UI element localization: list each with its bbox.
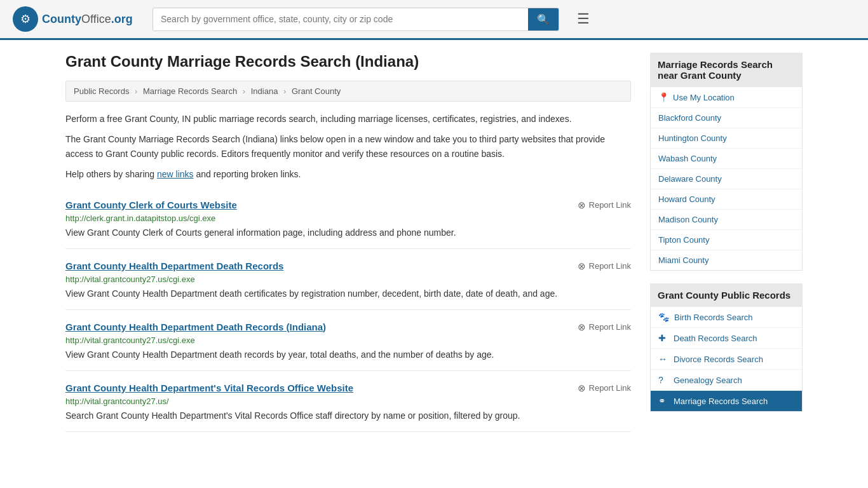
nearby-county-link-4[interactable]: Howard County [651, 189, 802, 209]
pub-record-link-4[interactable]: ⚭Marriage Records Search [651, 391, 802, 411]
report-label: Report Link [589, 261, 631, 271]
description-para1: Perform a free Grant County, IN public m… [65, 112, 631, 126]
nearby-county-link-6[interactable]: Tipton County [651, 230, 802, 250]
breadcrumb-current: Grant County [292, 86, 341, 96]
record-title-link[interactable]: Grant County Health Department's Vital R… [65, 383, 353, 393]
records-list: Grant County Clerk of Courts Website ⊗ R… [65, 188, 631, 432]
pub-records-heading: Grant County Public Records [650, 283, 803, 307]
report-icon: ⊗ [578, 322, 586, 333]
location-icon: 📍 [658, 92, 669, 102]
pub-record-label: Divorce Records Search [674, 355, 763, 364]
record-url[interactable]: http://vital.grantcounty27.us/cgi.exe [65, 274, 631, 284]
menu-icon: ☰ [577, 11, 590, 27]
nearby-county-link-0[interactable]: Blackford County [651, 108, 802, 128]
record-url[interactable]: http://clerk.grant.in.datapitstop.us/cgi… [65, 214, 631, 223]
pub-record-icon: ↔ [658, 354, 668, 364]
record-entry-1: Grant County Health Department Death Rec… [65, 249, 631, 310]
pub-record-link-1[interactable]: ✚Death Records Search [651, 328, 802, 348]
pub-record-icon: ✚ [658, 333, 668, 343]
search-icon: 🔍 [537, 14, 550, 25]
logo-org: Office [81, 13, 111, 25]
report-link-button[interactable]: ⊗ Report Link [578, 322, 631, 333]
nearby-heading: Marriage Records Search near Grant Count… [650, 53, 803, 87]
pub-record-item[interactable]: ?Genealogy Search [651, 370, 802, 391]
use-location-link[interactable]: 📍Use My Location [651, 87, 802, 107]
record-title-row: Grant County Health Department Death Rec… [65, 261, 631, 272]
breadcrumb-link-marriage-records[interactable]: Marriage Records Search [143, 86, 237, 96]
report-label: Report Link [589, 200, 631, 210]
nearby-county-link-3[interactable]: Delaware County [651, 169, 802, 189]
report-link-button[interactable]: ⊗ Report Link [578, 200, 631, 211]
record-description: View Grant County Clerk of Courts genera… [65, 226, 631, 240]
record-title-row: Grant County Clerk of Courts Website ⊗ R… [65, 200, 631, 211]
pub-record-label: Death Records Search [674, 334, 757, 343]
menu-button[interactable]: ☰ [572, 8, 595, 30]
record-title-row: Grant County Health Department's Vital R… [65, 383, 631, 394]
logo-icon: ⚙ [13, 6, 38, 32]
pub-record-item[interactable]: ↔Divorce Records Search [651, 349, 802, 370]
search-button[interactable]: 🔍 [528, 8, 559, 30]
nearby-county-item[interactable]: Huntington County [651, 128, 802, 149]
pub-record-link-3[interactable]: ?Genealogy Search [651, 370, 802, 390]
logo-text: CountyOffice.org [42, 13, 133, 25]
pub-record-label: Genealogy Search [674, 376, 742, 385]
record-description: View Grant County Health Department deat… [65, 287, 631, 301]
description-para2: The Grant County Marriage Records Search… [65, 132, 631, 161]
pub-record-label: Birth Records Search [674, 313, 753, 322]
breadcrumb-link-indiana[interactable]: Indiana [251, 86, 278, 96]
record-title-link[interactable]: Grant County Health Department Death Rec… [65, 322, 326, 332]
nearby-county-item[interactable]: Delaware County [651, 169, 802, 189]
record-description: Search Grant County Health Department's … [65, 409, 631, 423]
record-url[interactable]: http://vital.grantcounty27.us/ [65, 396, 631, 406]
report-icon: ⊗ [578, 261, 586, 272]
record-title-link[interactable]: Grant County Health Department Death Rec… [65, 261, 283, 271]
nearby-county-link-2[interactable]: Wabash County [651, 149, 802, 168]
report-icon: ⊗ [578, 383, 586, 394]
record-description: View Grant County Health Department deat… [65, 348, 631, 362]
content-area: Grant County Marriage Records Search (In… [65, 53, 631, 432]
nearby-county-item[interactable]: Miami County [651, 250, 802, 270]
report-link-button[interactable]: ⊗ Report Link [578, 261, 631, 272]
nearby-section: Marriage Records Search near Grant Count… [650, 53, 803, 271]
nearby-county-link-5[interactable]: Madison County [651, 210, 802, 229]
logo-area[interactable]: ⚙ CountyOffice.org [13, 6, 140, 32]
pub-record-link-2[interactable]: ↔Divorce Records Search [651, 349, 802, 369]
nearby-county-item[interactable]: Wabash County [651, 149, 802, 169]
description-para3: Help others by sharing new links and rep… [65, 167, 631, 181]
nearby-county-item[interactable]: Tipton County [651, 230, 802, 250]
record-title-link[interactable]: Grant County Clerk of Courts Website [65, 200, 237, 210]
report-label: Report Link [589, 383, 631, 393]
search-input[interactable] [153, 9, 528, 29]
nearby-county-item[interactable]: Blackford County [651, 108, 802, 128]
pub-record-icon: ⚭ [658, 396, 668, 406]
pub-records-section: Grant County Public Records 🐾Birth Recor… [650, 283, 803, 412]
pub-record-item[interactable]: ⚭Marriage Records Search [651, 391, 802, 411]
search-bar: 🔍 [153, 8, 559, 31]
pub-record-icon: ? [658, 375, 668, 385]
pub-records-list: 🐾Birth Records Search✚Death Records Sear… [650, 307, 803, 412]
record-url[interactable]: http://vital.grantcounty27.us/cgi.exe [65, 336, 631, 345]
nearby-county-item[interactable]: Howard County [651, 189, 802, 210]
use-location-item[interactable]: 📍Use My Location [651, 87, 802, 108]
breadcrumb: Public Records › Marriage Records Search… [65, 81, 631, 102]
nearby-county-link-7[interactable]: Miami County [651, 250, 802, 270]
nearby-county-link-1[interactable]: Huntington County [651, 128, 802, 148]
nearby-list: 📍Use My LocationBlackford CountyHuntingt… [650, 87, 803, 271]
pub-record-label: Marriage Records Search [674, 396, 768, 406]
record-entry-2: Grant County Health Department Death Rec… [65, 310, 631, 371]
page-title: Grant County Marriage Records Search (In… [65, 53, 631, 71]
record-title-row: Grant County Health Department Death Rec… [65, 322, 631, 333]
record-entry-3: Grant County Health Department's Vital R… [65, 371, 631, 432]
pub-record-item[interactable]: ✚Death Records Search [651, 328, 802, 349]
report-link-button[interactable]: ⊗ Report Link [578, 383, 631, 394]
breadcrumb-link-public-records[interactable]: Public Records [74, 86, 129, 96]
nearby-county-item[interactable]: Madison County [651, 210, 802, 230]
record-entry-0: Grant County Clerk of Courts Website ⊗ R… [65, 188, 631, 249]
report-label: Report Link [589, 322, 631, 332]
main-container: Grant County Marriage Records Search (In… [53, 40, 815, 445]
pub-record-item[interactable]: 🐾Birth Records Search [651, 307, 802, 328]
pub-record-link-0[interactable]: 🐾Birth Records Search [651, 307, 802, 327]
new-links-link[interactable]: new links [157, 169, 194, 179]
report-icon: ⊗ [578, 200, 586, 211]
site-header: ⚙ CountyOffice.org 🔍 ☰ [0, 0, 868, 40]
